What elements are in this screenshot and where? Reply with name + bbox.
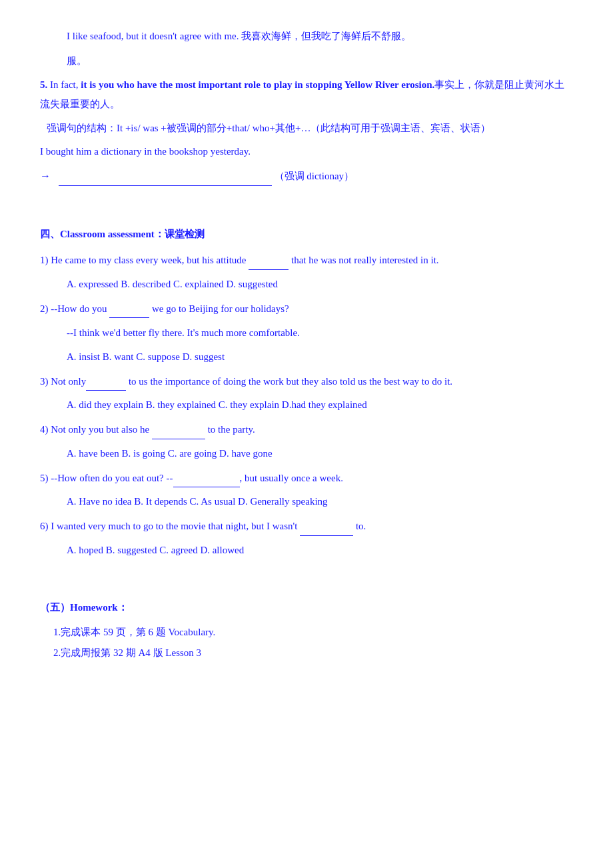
q2-options-text: A. insist B. want C. suppose D. suggest [67, 351, 225, 362]
q3-text1: 3) Not only [40, 376, 86, 387]
q4-options: A. have been B. is going C. are going D.… [67, 445, 573, 463]
fill-line [59, 167, 272, 187]
item5-label: 5. [40, 79, 47, 90]
q4-blank [152, 419, 205, 439]
q2-reply-text: --I think we'd better fly there. It's mu… [67, 327, 300, 338]
q3-options-text: A. did they explain B. they explained C.… [67, 399, 367, 410]
fill-hint: （强调 dictionay） [275, 171, 354, 181]
practice-sentence: I bought him a dictionary in the booksho… [40, 142, 573, 161]
emphasis-note-text: 强调句的结构：It +is/ was +被强调的部分+that/ who+其他+… [47, 123, 490, 133]
item5-text: In fact, [50, 79, 81, 90]
q4-options-text: A. have been B. is going C. are going D.… [67, 448, 273, 459]
q6-options: A. hoped B. suggested C. agreed D. allow… [67, 541, 573, 559]
example-sentence-en: I like seafood, but it doesn't agree wit… [67, 31, 239, 41]
q1-text2: that he was not really interested in it. [289, 255, 438, 265]
section5-header: （五）Homework： [40, 599, 573, 617]
q6-text1: 6) I wanted very much to go to the movie… [40, 521, 300, 531]
q2-text2: we go to Beijing for our holidays? [149, 303, 289, 314]
hw2-item: 2.完成周报第 32 期 A4 版 Lesson 3 [53, 644, 573, 662]
q3-options: A. did they explain B. they explained C.… [67, 396, 573, 414]
q6-options-text: A. hoped B. suggested C. agreed D. allow… [67, 545, 244, 555]
q1-text1: 1) He came to my class every week, but h… [40, 255, 249, 265]
example-sentence-block: I like seafood, but it doesn't agree wit… [67, 27, 573, 46]
q1-options-text: A. expressed B. described C. explained D… [67, 279, 278, 289]
section4-header: 四、Classroom assessment：课堂检测 [40, 225, 573, 243]
q6-text2: to. [353, 521, 366, 531]
practice-sentence-text: I bought him a dictionary in the booksho… [40, 146, 251, 157]
q5-text2: , but usually once a week. [240, 473, 343, 483]
hw1-item: 1.完成课本 59 页，第 6 题 Vocabulary. [53, 623, 573, 641]
q2-text1: 2) --How do you [40, 303, 109, 314]
q2-block: 2) --How do you we go to Beijing for our… [40, 299, 573, 319]
section5-title: （五）Homework： [40, 602, 128, 613]
q2-reply: --I think we'd better fly there. It's mu… [67, 323, 573, 343]
q3-text2: to us the importance of doing the work b… [126, 376, 452, 387]
arrow-icon: → [40, 170, 51, 181]
q4-text1: 4) Not only you but also he [40, 424, 152, 435]
q3-blank [86, 371, 126, 391]
q1-options: A. expressed B. described C. explained D… [67, 275, 573, 293]
example-sentence-zh: 我喜欢海鲜，但我吃了海鲜后不舒服。 [241, 31, 411, 41]
q6-block: 6) I wanted very much to go to the movie… [40, 516, 573, 536]
q5-blank [173, 468, 240, 488]
q4-text2: to the party. [205, 424, 255, 435]
page-content: I like seafood, but it doesn't agree wit… [40, 27, 573, 662]
practice-fill-row: → （强调 dictionay） [40, 166, 573, 186]
q1-blank [249, 250, 289, 270]
q5-block: 5) --How often do you eat out? -- , but … [40, 468, 573, 488]
hw2-text: 2.完成周报第 32 期 A4 版 Lesson 3 [53, 647, 201, 658]
example-sentence-zh2: 服。 [67, 51, 573, 71]
q5-options-text: A. Have no idea B. It depends C. As usua… [67, 496, 328, 507]
q5-options: A. Have no idea B. It depends C. As usua… [67, 493, 573, 511]
q1-block: 1) He came to my class every week, but h… [40, 250, 573, 270]
section4-title: 四、Classroom assessment：课堂检测 [40, 229, 205, 239]
emphasis-note: 强调句的结构：It +is/ was +被强调的部分+that/ who+其他+… [47, 119, 573, 138]
hw1-text: 1.完成课本 59 页，第 6 题 Vocabulary. [53, 627, 215, 637]
item5-bold-en: it is you who have the most important ro… [81, 79, 434, 90]
q5-text1: 5) --How often do you eat out? -- [40, 473, 173, 483]
item5-block: 5. In fact, it is you who have the most … [40, 75, 573, 113]
q2-options: A. insist B. want C. suppose D. suggest [67, 348, 573, 366]
q3-block: 3) Not only to us the importance of doin… [40, 371, 573, 391]
q2-blank [109, 299, 149, 319]
q4-block: 4) Not only you but also he to the party… [40, 419, 573, 439]
q6-blank [300, 516, 353, 536]
